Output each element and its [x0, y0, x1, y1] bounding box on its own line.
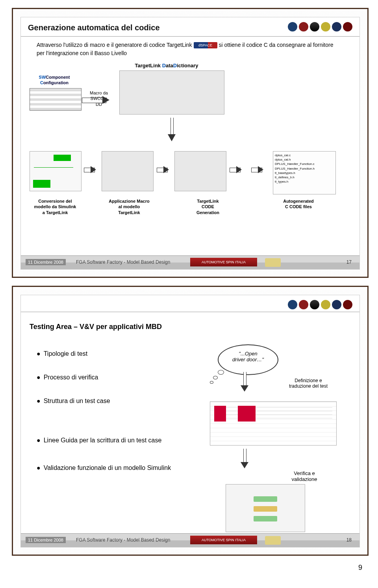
- abarth-logo-icon: [310, 22, 319, 31]
- arrow-right-icon: [230, 167, 245, 173]
- apply-macro-label: Applicazione Macroal modelloTargetLink: [104, 198, 155, 215]
- file-item: tl_defines_b.h: [275, 175, 334, 179]
- slide-footer: 11 Dicembre 2008 FGA Software Factory - …: [21, 255, 359, 269]
- footer-page-number: 17: [346, 259, 352, 265]
- datadictionary-screenshot-thumb: [119, 70, 224, 115]
- intro-text: Attraverso l'utilizzo di macro e il gene…: [37, 41, 336, 57]
- arrow-down-icon: [241, 449, 248, 472]
- lancia-logo-icon: [288, 300, 297, 309]
- alfa-logo-icon: [343, 300, 352, 309]
- file-item: dplus_cal.c: [275, 153, 334, 157]
- arrow-down-icon: [241, 372, 248, 396]
- slide-title: Testing Area – V&V per applicativi MBD: [30, 323, 162, 331]
- cloud-bubble-icon: [210, 381, 213, 384]
- abarth-logo-icon: [310, 300, 319, 309]
- fiat-pro-logo-icon: [321, 22, 330, 31]
- maserati-logo-icon: [332, 300, 341, 309]
- divider: [21, 312, 359, 312]
- footer-text: FGA Software Factory - Model Based Desig…: [76, 259, 170, 265]
- fiat-pro-logo-icon: [321, 300, 330, 309]
- maserati-logo-icon: [332, 22, 341, 31]
- footer-date: 11 Dicembre 2008: [26, 537, 66, 543]
- model-screenshot-thumb: [226, 484, 305, 532]
- file-item: DPLUS_Handler_Function.h: [275, 166, 334, 171]
- fiat-logo-icon: [299, 300, 308, 309]
- block-icon: [54, 155, 71, 161]
- arrow-right-icon: [82, 96, 113, 104]
- brand-logos: [288, 22, 352, 31]
- alfa-logo-icon: [343, 22, 352, 31]
- slide-17: Generazione automatica del codice Attrav…: [20, 17, 360, 270]
- code-generation-label: TargetLinkCODEGeneration: [182, 198, 233, 215]
- document-page-number: 9: [0, 564, 362, 572]
- connector-icon: [34, 167, 73, 168]
- dspace-logo-icon: dSPACE: [194, 42, 217, 48]
- footer-page-number: 18: [346, 537, 352, 543]
- block-icon: [33, 180, 50, 188]
- arrow-right-icon: [251, 167, 267, 173]
- arrow-right-icon: [84, 167, 100, 173]
- definizione-label: Definizione etraduzione del test: [281, 378, 336, 389]
- file-item: dplus_cal.h: [275, 157, 334, 162]
- page-17: Generazione automatica del codice Attrav…: [12, 8, 369, 278]
- block-icon: [254, 506, 277, 512]
- cloud-line2: driver door…": [232, 357, 264, 362]
- footer-fa-logo-icon: [265, 536, 281, 545]
- block-icon: [254, 496, 277, 502]
- lancia-logo-icon: [288, 22, 297, 31]
- arrow-down-icon: [169, 118, 175, 145]
- bullet-linee-guida: Linee Guida per la scrittura di un test …: [37, 437, 161, 444]
- block-icon: [254, 516, 277, 521]
- simulink-model-thumb: [30, 151, 82, 191]
- targetlink-dd-label: TargetLink DataDictionary: [123, 63, 210, 69]
- file-item: DPLUS_Handler_Function.c: [275, 162, 334, 166]
- bullet-processo: Processo di verifica: [37, 374, 98, 381]
- applied-macro-thumb: [102, 151, 154, 191]
- autogenerated-label: AutogeneratedC CODE files: [273, 198, 324, 210]
- bullet-validazione: Validazione funzionale di un modello Sim…: [37, 464, 171, 472]
- bullet-tipologie: Tipologie di test: [37, 350, 87, 357]
- code-gen-thumb: [174, 151, 226, 191]
- slide-title: Generazione automatica del codice: [28, 23, 160, 32]
- footer-fa-logo-icon: [265, 258, 281, 267]
- footer-date: 11 Dicembre 2008: [26, 259, 66, 265]
- verifica-label: Verifica evalidazione: [281, 470, 328, 482]
- generated-files-list: dplus_cal.c dplus_cal.h DPLUS_Handler_Fu…: [273, 151, 336, 194]
- conversion-label: Conversione delmodello da Simulinka Targ…: [30, 198, 81, 215]
- intro-part1: Attraverso l'utilizzo di macro e il gene…: [37, 42, 194, 48]
- cloud-bubble-icon: [213, 376, 218, 379]
- cloud-bubble-icon: [218, 370, 224, 375]
- bullet-struttura: Struttura di un test case: [37, 398, 110, 405]
- signal-graph-thumb: [210, 401, 337, 446]
- swcc-table-thumb: [30, 88, 82, 111]
- cloud-line1: "...Open: [239, 351, 257, 357]
- file-item: tl_types.h: [275, 179, 334, 184]
- swcomponent-label: SWSWComponentComponent ConfigurationConf…: [33, 74, 76, 86]
- slide-18: Testing Area – V&V per applicativi MBD T…: [20, 295, 360, 547]
- brand-logos: [288, 300, 352, 309]
- file-item: tl_basetypes.h: [275, 171, 334, 175]
- divider: [21, 36, 359, 37]
- footer-text: FGA Software Factory - Model Based Desig…: [76, 537, 170, 543]
- arrow-right-icon: [157, 167, 172, 173]
- slide-footer: 11 Dicembre 2008 FGA Software Factory - …: [21, 533, 359, 547]
- footer-brand-badge: AUTOMOTIVE SPIN ITALIA: [190, 536, 257, 544]
- fiat-logo-icon: [299, 22, 308, 31]
- footer-brand-badge: AUTOMOTIVE SPIN ITALIA: [190, 258, 257, 266]
- page-18: Testing Area – V&V per applicativi MBD T…: [12, 286, 369, 556]
- thought-cloud-icon: "...Open driver door…": [218, 344, 278, 375]
